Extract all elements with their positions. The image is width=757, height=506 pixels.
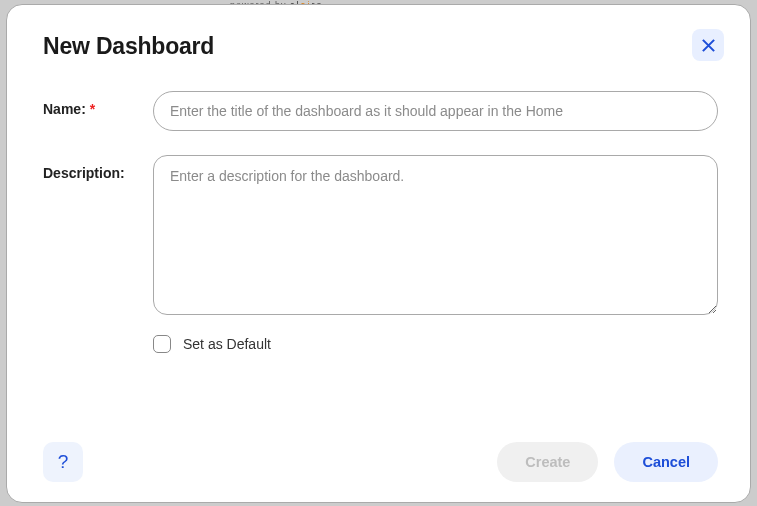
close-icon: [701, 38, 716, 53]
set-default-label: Set as Default: [183, 336, 271, 352]
default-row: Set as Default: [153, 335, 718, 353]
modal-footer: ? Create Cancel: [43, 430, 718, 482]
description-input[interactable]: [153, 155, 718, 315]
new-dashboard-modal: New Dashboard Name: * Description: Set a…: [6, 4, 751, 503]
name-row: Name: *: [43, 91, 718, 131]
create-button[interactable]: Create: [497, 442, 598, 482]
help-button[interactable]: ?: [43, 442, 83, 482]
name-input[interactable]: [153, 91, 718, 131]
form-body: Name: * Description: Set as Default: [43, 91, 718, 430]
description-row: Description:: [43, 155, 718, 315]
footer-actions: Create Cancel: [497, 442, 718, 482]
required-mark: *: [90, 101, 95, 117]
cancel-button[interactable]: Cancel: [614, 442, 718, 482]
modal-title: New Dashboard: [43, 33, 214, 60]
modal-header: New Dashboard: [43, 33, 718, 61]
set-default-checkbox[interactable]: [153, 335, 171, 353]
name-label: Name: *: [43, 91, 153, 117]
description-label: Description:: [43, 155, 153, 181]
close-button[interactable]: [692, 29, 724, 61]
